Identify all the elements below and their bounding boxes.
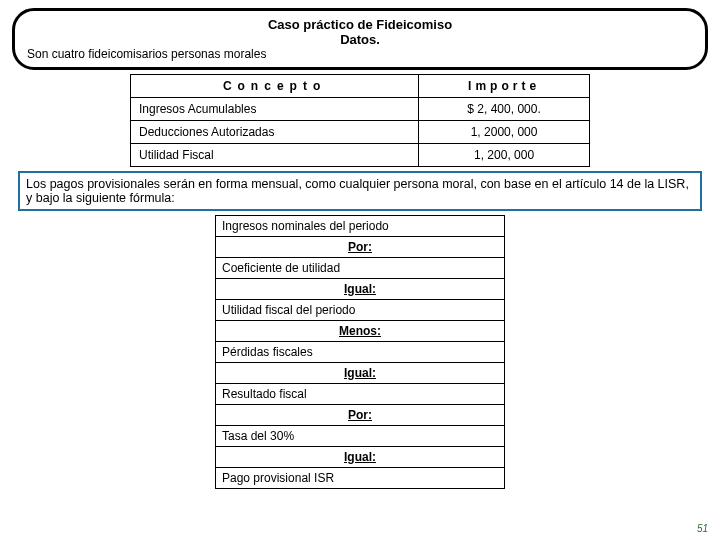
table-row: Deducciones Autorizadas 1, 2000, 000 <box>131 121 590 144</box>
formula-row: Coeficiente de utilidad <box>216 258 505 279</box>
formula-op: Por: <box>216 237 505 258</box>
formula-row: Tasa del 30% <box>216 426 505 447</box>
header-note: Son cuatro fideicomisarios personas mora… <box>27 47 693 61</box>
formula-op: Por: <box>216 405 505 426</box>
data-table: Concepto Importe Ingresos Acumulables $ … <box>130 74 590 167</box>
formula-row: Ingresos nominales del periodo <box>216 216 505 237</box>
formula-op: Igual: <box>216 279 505 300</box>
formula-table: Ingresos nominales del periodo Por: Coef… <box>215 215 505 489</box>
page-title: Caso práctico de Fideicomiso <box>27 17 693 32</box>
table-row: Utilidad Fiscal 1, 200, 000 <box>131 144 590 167</box>
table-header-row: Concepto Importe <box>131 75 590 98</box>
header-box: Caso práctico de Fideicomiso Datos. Son … <box>12 8 708 70</box>
cell-concepto: Deducciones Autorizadas <box>131 121 419 144</box>
formula-row: Igual: <box>216 279 505 300</box>
table-row: Ingresos Acumulables $ 2, 400, 000. <box>131 98 590 121</box>
formula-row: Utilidad fiscal del periodo <box>216 300 505 321</box>
formula-cell: Pérdidas fiscales <box>216 342 505 363</box>
cell-importe: 1, 200, 000 <box>419 144 590 167</box>
formula-row: Pago provisional ISR <box>216 468 505 489</box>
page-subtitle: Datos. <box>27 32 693 47</box>
col-concepto: Concepto <box>131 75 419 98</box>
cell-concepto: Utilidad Fiscal <box>131 144 419 167</box>
formula-cell: Resultado fiscal <box>216 384 505 405</box>
formula-cell: Pago provisional ISR <box>216 468 505 489</box>
formula-row: Por: <box>216 237 505 258</box>
col-importe: Importe <box>419 75 590 98</box>
formula-cell: Coeficiente de utilidad <box>216 258 505 279</box>
formula-cell: Ingresos nominales del periodo <box>216 216 505 237</box>
formula-row: Por: <box>216 405 505 426</box>
formula-cell: Tasa del 30% <box>216 426 505 447</box>
formula-cell: Utilidad fiscal del periodo <box>216 300 505 321</box>
cell-importe: 1, 2000, 000 <box>419 121 590 144</box>
formula-op: Igual: <box>216 363 505 384</box>
formula-row: Igual: <box>216 363 505 384</box>
paragraph-box: Los pagos provisionales serán en forma m… <box>18 171 702 211</box>
page-number: 51 <box>697 523 708 534</box>
cell-importe: $ 2, 400, 000. <box>419 98 590 121</box>
cell-concepto: Ingresos Acumulables <box>131 98 419 121</box>
formula-row: Menos: <box>216 321 505 342</box>
formula-op: Menos: <box>216 321 505 342</box>
formula-row: Igual: <box>216 447 505 468</box>
formula-op: Igual: <box>216 447 505 468</box>
formula-row: Pérdidas fiscales <box>216 342 505 363</box>
formula-row: Resultado fiscal <box>216 384 505 405</box>
